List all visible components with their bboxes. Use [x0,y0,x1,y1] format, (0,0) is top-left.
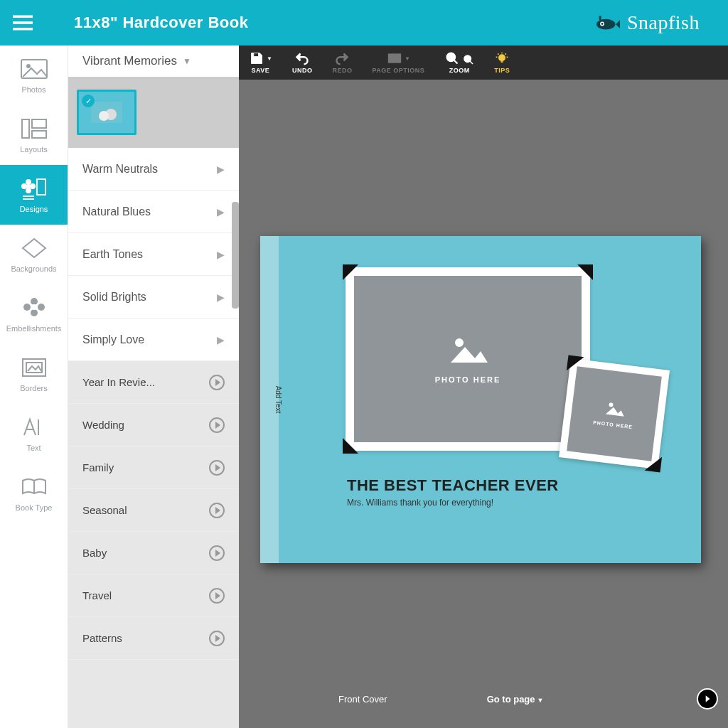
svg-point-7 [601,23,604,25]
designs-panel: Vibrant Memories ▼ Warm Neutrals▶ Natura… [68,46,239,728]
image-placeholder-icon [603,400,626,420]
category-travel[interactable]: Travel [68,574,239,617]
svg-rect-35 [254,53,259,57]
subtheme-solid-brights[interactable]: Solid Brights▶ [68,276,239,318]
rail-text[interactable]: Text [0,404,68,464]
svg-rect-37 [395,54,401,63]
play-icon [209,545,225,561]
photos-icon [20,57,48,81]
theme-list: Warm Neutrals▶ Natural Blues▶ Earth Tone… [68,148,239,728]
svg-point-26 [31,304,37,310]
go-to-page-dropdown[interactable]: Go to page▼ [487,694,544,705]
zoom-out-icon [463,54,474,65]
caret-down-icon: ▼ [405,55,410,62]
svg-point-24 [38,304,45,311]
svg-rect-5 [599,16,601,20]
panel-scrollbar[interactable] [232,202,239,309]
rail-designs[interactable]: Designs [0,165,68,225]
designs-icon [20,176,48,200]
category-baby[interactable]: Baby [68,532,239,574]
redo-button[interactable]: REDO [332,51,352,74]
brand-logo[interactable]: Snapfish [589,11,700,34]
redo-icon [334,51,350,65]
svg-line-45 [470,61,473,64]
svg-rect-18 [37,179,46,195]
svg-rect-19 [23,196,34,197]
svg-point-54 [455,338,464,347]
svg-point-22 [31,298,38,305]
save-button[interactable]: ▼ SAVE [249,51,272,74]
book-subtitle-text[interactable]: Mrs. Williams thank you for everything! [347,498,493,508]
app-header: 11x8" Hardcover Book Snapfish [0,0,728,46]
undo-button[interactable]: UNDO [292,51,313,74]
spine-text: Add Text [274,386,282,414]
subtheme-warm-neutrals[interactable]: Warm Neutrals▶ [68,148,239,191]
svg-point-25 [31,309,38,316]
rail-borders[interactable]: Borders [0,344,68,404]
subtheme-simply-love[interactable]: Simply Love▶ [68,318,239,361]
rail-booktype[interactable]: Book Type [0,464,68,523]
svg-point-15 [30,183,36,189]
subtheme-natural-blues[interactable]: Natural Blues▶ [68,191,239,233]
book-cover[interactable]: Add Text PHOTO HERE [260,236,701,563]
booktype-icon [20,475,48,499]
book-title-text[interactable]: THE BEST TEACHER EVER [347,476,559,495]
svg-line-53 [505,53,506,54]
svg-rect-0 [13,16,33,18]
rail-embellishments[interactable]: Embellishments [0,284,68,344]
zoom-button[interactable]: ZOOM [444,51,474,74]
play-icon [209,503,225,518]
page-options-button[interactable]: ▼ PAGE OPTIONS [372,51,424,74]
photo-placeholder-large[interactable]: PHOTO HERE [346,267,590,451]
fish-icon [589,14,620,32]
hamburger-icon [13,13,33,33]
canvas-area: ▼ SAVE UNDO REDO ▼ PAGE OPTIONS [239,46,728,728]
svg-point-56 [609,402,614,407]
category-year-in-review[interactable]: Year In Revie... [68,361,239,404]
next-page-button[interactable] [697,688,718,710]
chevron-right-icon: ▶ [217,334,225,346]
svg-rect-1 [13,21,33,24]
svg-rect-2 [13,28,33,31]
svg-point-17 [26,184,31,188]
product-title: 11x8" Hardcover Book [74,14,248,32]
svg-marker-4 [616,20,620,28]
rail-layouts[interactable]: Layouts [0,105,68,165]
category-wedding[interactable]: Wedding [68,404,239,446]
svg-rect-11 [32,119,46,128]
editor-toolbar: ▼ SAVE UNDO REDO ▼ PAGE OPTIONS [239,46,728,80]
svg-rect-12 [32,131,46,138]
menu-button[interactable] [0,13,46,33]
undo-icon [294,51,310,65]
lightbulb-icon [494,51,510,65]
caret-down-icon: ▼ [183,56,191,66]
layouts-icon [20,117,48,141]
category-seasonal[interactable]: Seasonal [68,489,239,532]
book-spine[interactable]: Add Text [260,236,279,563]
theme-thumbnail-selected[interactable] [77,90,136,135]
svg-line-41 [454,60,458,64]
tips-button[interactable]: TIPS [494,51,510,74]
chevron-right-icon: ▶ [217,206,225,218]
svg-marker-21 [23,239,46,257]
svg-marker-58 [706,695,710,702]
zoom-in-icon [444,51,460,65]
svg-rect-8 [21,60,47,78]
svg-point-3 [596,19,615,30]
photo-placeholder-small[interactable]: PHOTO HERE [559,358,670,469]
subtheme-earth-tones[interactable]: Earth Tones▶ [68,233,239,276]
image-placeholder-icon [446,334,489,368]
play-icon [209,375,225,390]
rail-photos[interactable]: Photos [0,46,68,105]
svg-rect-10 [22,119,29,138]
play-icon [209,417,225,433]
chevron-right-icon [702,694,712,704]
rail-backgrounds[interactable]: Backgrounds [0,225,68,284]
theme-selector[interactable]: Vibrant Memories ▼ [68,46,239,77]
svg-point-14 [21,183,27,189]
category-family[interactable]: Family [68,446,239,489]
chevron-right-icon: ▶ [217,164,225,175]
category-patterns[interactable]: Patterns [68,617,239,660]
chevron-right-icon: ▶ [217,291,225,303]
svg-point-9 [26,64,31,68]
